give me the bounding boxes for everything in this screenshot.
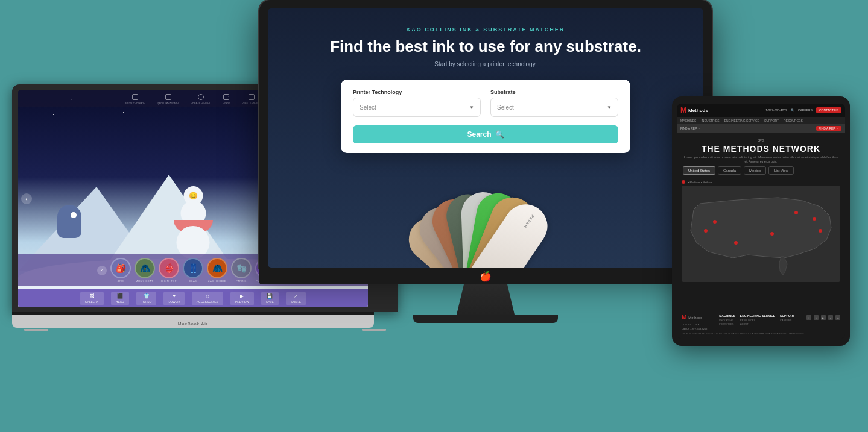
clothes-item-army-coat[interactable]: 🧥 ARMY COAT — [135, 258, 155, 283]
youtube-icon[interactable]: ▶ — [821, 315, 826, 320]
action-accessories[interactable]: ◇ ACCESSORIES — [192, 292, 223, 305]
ipad-nav-bar: MACHINES INDUSTRIES ENGINEERING SERVICE … — [677, 117, 845, 124]
sub-header-text: FIND A REP → — [680, 127, 701, 130]
footer-links: MACHINES PACKAGING INDUSTRIES ENGINEERIN… — [719, 314, 794, 326]
search-button-label: Search — [467, 130, 491, 139]
map-legend: ● Machines ● Methods — [677, 178, 845, 186]
ipad-outer: M Methods 1-877-668-4262 🔍 CAREERS CONTA… — [672, 96, 850, 346]
twitter-icon[interactable]: t — [814, 315, 819, 320]
svg-point-1 — [704, 229, 708, 233]
imac-chin: 🍎 — [259, 268, 712, 284]
tab-us[interactable]: United States — [683, 166, 715, 175]
footer-bottom-links: THE METHODS NETWORK: BOSTON · CHICAGO · … — [682, 333, 840, 335]
footer-col-support: SUPPORT CAREERS — [780, 314, 794, 326]
facebook-icon[interactable]: f — [806, 315, 811, 320]
network-description: Lorem ipsum dolor sit amet, consectetur … — [683, 155, 839, 164]
clothes-item-clab[interactable]: 👖 CLAB — [183, 258, 203, 283]
footer-logo-text: Methods — [688, 316, 702, 319]
imac-monitor: KAO COLLINS INK & SUBSTRATE MATCHER Find… — [259, 0, 712, 284]
methods-network-title-area: JPS THE METHODS NETWORK Lorem ipsum dolo… — [677, 133, 845, 166]
toolbar-item-delete[interactable]: DELETE OBJECT — [242, 94, 261, 104]
macbook-brand-label: MacBook Air — [178, 322, 208, 326]
footer-contact-label: CONTACT US ▾ — [682, 323, 707, 326]
us-map-svg — [682, 186, 840, 282]
ipad-header-nav: 1-877-668-4262 🔍 CAREERS CONTACT US — [765, 107, 841, 113]
svg-point-2 — [713, 220, 717, 224]
action-gallery[interactable]: 🖼 GALLERY — [80, 292, 104, 305]
contact-us-button[interactable]: CONTACT US — [816, 107, 841, 113]
google-icon[interactable]: g — [828, 315, 833, 320]
monster-character — [54, 205, 84, 247]
svg-point-7 — [819, 229, 822, 233]
toolbar-item-send-backward[interactable]: SEND BACKWARD — [157, 94, 179, 104]
clothes-item-bikini-top[interactable]: 👙 BIKINI TOP — [159, 258, 179, 283]
ipad-screen: M Methods 1-877-668-4262 🔍 CAREERS CONTA… — [677, 104, 845, 339]
ipad-location-tabs: United States Canada Mexico List View — [677, 166, 845, 175]
ipad-body: JPS THE METHODS NETWORK Lorem ipsum dolo… — [677, 133, 845, 310]
tab-mexico[interactable]: Mexico — [744, 166, 766, 175]
network-title: THE METHODS NETWORK — [683, 144, 839, 154]
nav-engineering-service[interactable]: ENGINEERING SERVICE — [724, 119, 759, 122]
printer-label: Printer Technology — [353, 89, 481, 95]
substrate-select-value: Select — [497, 104, 514, 111]
substrate-field: Substrate Select ▼ — [490, 89, 618, 117]
nav-search-icon: 🔍 — [791, 108, 794, 112]
action-torso[interactable]: 👕 TORSO — [136, 292, 157, 305]
imac-screen: KAO COLLINS INK & SUBSTRATE MATCHER Find… — [268, 8, 703, 268]
kao-main-title: Find the best ink to use for any substra… — [330, 37, 641, 56]
methods-logo-text: Methods — [688, 108, 708, 113]
footer-col-engineering: ENGINEERING SERVICE RESOURCES ABOUT — [740, 314, 775, 326]
printer-select-value: Select — [360, 104, 376, 111]
clothes-prev-button[interactable]: ‹ — [97, 266, 107, 275]
nav-support[interactable]: SUPPORT — [764, 119, 779, 122]
scene: BRING FORWARD SEND BACKWARD CREATE OBJEC… — [0, 0, 868, 432]
imac-stand — [449, 284, 522, 315]
snowman-character: 😊 — [177, 190, 210, 259]
us-map-area — [682, 186, 840, 282]
action-preview[interactable]: ▶ PREVIEW — [230, 292, 254, 305]
action-head[interactable]: ⬛ HEAD — [111, 292, 129, 305]
nav-careers[interactable]: CAREERS — [798, 108, 813, 112]
clothes-item-zac-hoodie[interactable]: 🧥 ZAC HOODIE — [207, 258, 227, 283]
find-rep-button[interactable]: FIND A REP → — [816, 126, 841, 131]
tab-canada[interactable]: Canada — [718, 166, 741, 175]
tab-list-view[interactable]: List View — [768, 166, 794, 175]
printer-technology-select[interactable]: Select ▼ — [353, 98, 481, 117]
ipad-footer: M Methods CONTACT US ▾ Call Us 1-877-668… — [677, 310, 845, 339]
toolbar-item-bring-forward[interactable]: BRING FORWARD — [125, 94, 145, 104]
imac-device: KAO COLLINS INK & SUBSTRATE MATCHER Find… — [259, 0, 712, 323]
clothes-item-paping[interactable]: 🧤 PAPING — [231, 258, 252, 283]
ipad-logo: M Methods — [680, 106, 708, 114]
left-arrow-button[interactable]: ‹ — [21, 193, 32, 204]
clothes-item-arm[interactable]: 🎒 ARM — [110, 258, 131, 283]
nav-resources[interactable]: RESOURCES — [784, 119, 803, 122]
methods-logo-icon: M — [680, 106, 686, 114]
printer-technology-field: Printer Technology Select ▼ — [353, 89, 481, 117]
contact-btn-label: CONTACT US — [819, 108, 838, 112]
swatch-paper-label: PAPER — [523, 214, 534, 228]
kao-fields-row: Printer Technology Select ▼ Substrate — [353, 89, 618, 117]
search-icon: 🔍 — [495, 130, 504, 139]
macbook-foot-right — [362, 329, 386, 331]
nav-phone: 1-877-668-4262 — [765, 108, 787, 112]
substrate-select-arrow: ▼ — [607, 105, 612, 110]
kao-subtitle: Start by selecting a printer technology. — [434, 61, 536, 67]
imac-base — [413, 315, 558, 323]
action-lower[interactable]: ▼ LOWER — [163, 292, 184, 305]
apple-logo: 🍎 — [480, 271, 492, 282]
toolbar-item-undo[interactable]: UNDO — [223, 94, 230, 104]
legend-label: ● Machines ● Methods — [688, 181, 712, 184]
substrate-select[interactable]: Select ▼ — [490, 98, 618, 117]
svg-point-3 — [734, 241, 738, 245]
us-map-background — [682, 186, 840, 282]
kao-app-label: KAO COLLINS INK & SUBSTRATE MATCHER — [407, 27, 565, 33]
macbook-feet — [12, 329, 398, 331]
linkedin-icon[interactable]: in — [835, 315, 840, 320]
footer-phone: Call Us 1-877-668-4262 — [682, 327, 707, 330]
toolbar-item-create-object[interactable]: CREATE OBJECT — [191, 94, 211, 104]
imac-outer: KAO COLLINS INK & SUBSTRATE MATCHER Find… — [259, 0, 712, 268]
nav-machines[interactable]: MACHINES — [680, 119, 696, 122]
nav-industries[interactable]: INDUSTRIES — [701, 119, 719, 122]
svg-point-6 — [813, 217, 816, 221]
ipad-header: M Methods 1-877-668-4262 🔍 CAREERS CONTA… — [677, 104, 845, 117]
